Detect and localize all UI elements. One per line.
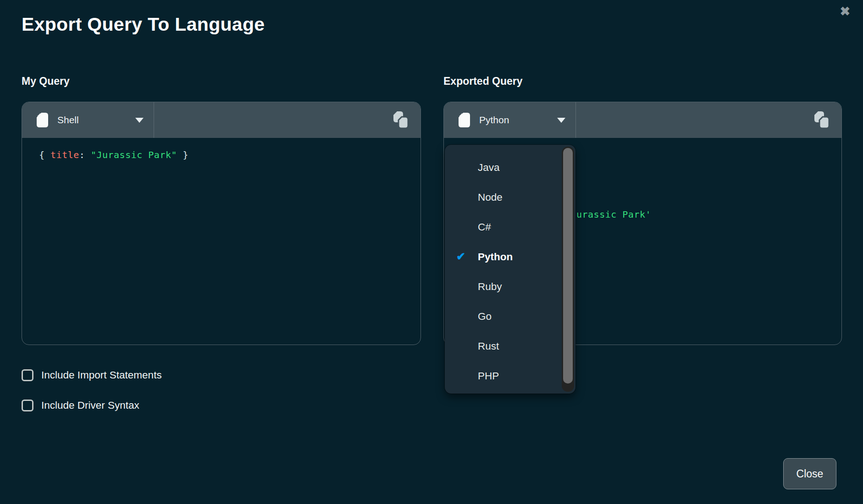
my-query-panel: Shell { title: "Jurassic Park" } [22, 102, 421, 345]
close-icon[interactable]: ✖ [840, 5, 850, 18]
language-menu: Java Node C# ✔ Python Ruby Go Rust PHP [445, 145, 575, 394]
toolbar-spacer [576, 102, 813, 138]
include-import-statements-checkbox[interactable] [22, 369, 33, 381]
exported-query-label: Exported Query [443, 75, 523, 88]
include-driver-syntax-option: Include Driver Syntax [22, 400, 139, 411]
menu-item-ruby[interactable]: Ruby [445, 272, 575, 301]
copy-my-query-button[interactable] [393, 111, 409, 129]
include-import-statements-label: Include Import Statements [41, 369, 162, 381]
menu-item-label: Python [478, 251, 513, 263]
include-driver-syntax-checkbox[interactable] [22, 400, 33, 411]
menu-scrollbar-track[interactable] [562, 147, 574, 392]
chevron-down-icon [135, 118, 144, 123]
include-driver-syntax-label: Include Driver Syntax [41, 400, 139, 411]
my-query-language-dropdown[interactable]: Shell [22, 102, 154, 138]
menu-item-php[interactable]: PHP [445, 361, 575, 391]
menu-item-node[interactable]: Node [445, 182, 575, 212]
my-query-label: My Query [22, 75, 70, 88]
exported-query-toolbar: Python [444, 102, 841, 138]
my-query-code-editor[interactable]: { title: "Jurassic Park" } [22, 138, 420, 345]
file-icon [37, 113, 48, 127]
menu-item-go[interactable]: Go [445, 301, 575, 331]
copy-icon [813, 111, 830, 129]
menu-scrollbar-thumb[interactable] [563, 148, 573, 383]
exported-query-language-value: Python [479, 115, 509, 126]
code-line: { title: "Jurassic Park" } [39, 149, 188, 160]
exported-query-language-dropdown[interactable]: Python [444, 102, 576, 138]
exported-code-visible-fragment: urassic Park' [576, 208, 651, 221]
close-button[interactable]: Close [783, 458, 836, 489]
menu-item-label: Node [478, 192, 503, 203]
menu-item-label: Java [478, 162, 500, 174]
menu-item-label: PHP [478, 370, 499, 382]
include-import-statements-option: Include Import Statements [22, 369, 162, 381]
copy-icon [393, 111, 409, 129]
dialog-title: Export Query To Language [22, 14, 265, 35]
copy-exported-query-button[interactable] [813, 111, 830, 129]
menu-item-python[interactable]: ✔ Python [445, 242, 575, 272]
checkmark-icon: ✔ [456, 250, 465, 263]
my-query-toolbar: Shell [22, 102, 420, 138]
file-icon [459, 113, 470, 127]
export-query-dialog: Export Query To Language ✖ My Query Expo… [0, 0, 863, 504]
menu-item-label: Go [478, 311, 492, 323]
toolbar-spacer [154, 102, 393, 138]
menu-item-java[interactable]: Java [445, 153, 575, 182]
my-query-language-value: Shell [57, 115, 79, 126]
menu-item-label: C# [478, 221, 491, 233]
chevron-down-icon [557, 118, 565, 123]
menu-item-label: Ruby [478, 281, 502, 293]
menu-item-csharp[interactable]: C# [445, 212, 575, 242]
menu-item-label: Rust [478, 340, 499, 352]
menu-item-rust[interactable]: Rust [445, 331, 575, 361]
